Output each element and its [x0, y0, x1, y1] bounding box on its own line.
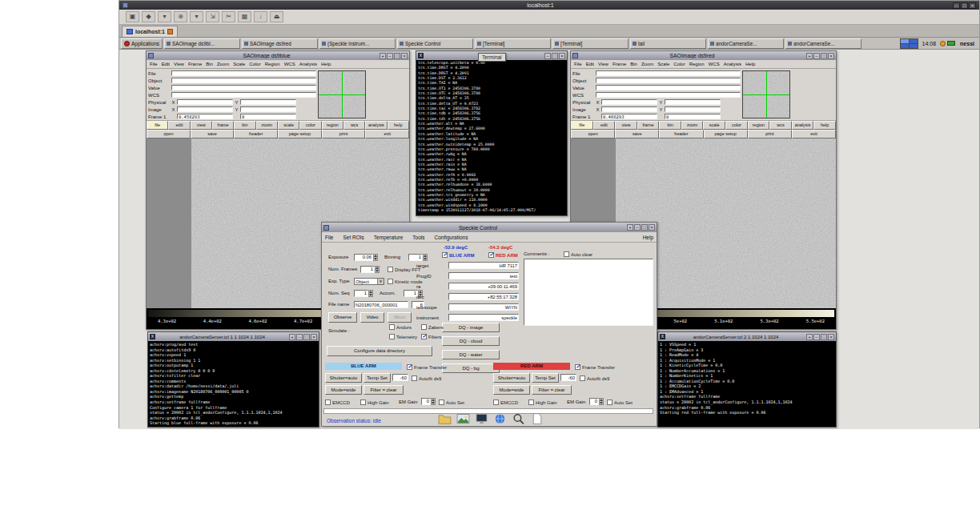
- menu-item[interactable]: Analysis: [299, 62, 317, 66]
- dropdown-icon[interactable]: ▾: [158, 11, 171, 22]
- window-menu-icon[interactable]: [572, 53, 578, 58]
- high-gain-checkbox[interactable]: High Gain: [360, 399, 389, 406]
- emccd-checkbox[interactable]: EMCCD: [325, 399, 350, 406]
- maximize-button[interactable]: □: [552, 53, 558, 59]
- ds9-tab-button[interactable]: bin: [659, 121, 681, 130]
- battery-icon[interactable]: [947, 41, 955, 46]
- scale-icon[interactable]: ⇲: [206, 11, 219, 22]
- temp-set-button[interactable]: Temp Set: [363, 373, 391, 383]
- ds9-tab-button[interactable]: file: [147, 121, 168, 130]
- close-button[interactable]: ×: [401, 53, 408, 59]
- minimize-button[interactable]: –: [953, 2, 960, 9]
- frame-x-input[interactable]: 0.468293: [601, 114, 657, 119]
- emccd-checkbox[interactable]: EMCCD: [493, 399, 518, 406]
- filter-button[interactable]: Filter = clear: [363, 385, 404, 395]
- menu-item-help[interactable]: Help: [643, 235, 653, 240]
- image-x-input[interactable]: [177, 106, 233, 112]
- physical-y-input[interactable]: [240, 99, 296, 105]
- maximize-button[interactable]: □: [394, 53, 400, 59]
- ds9-tab-button[interactable]: frame: [637, 121, 660, 130]
- close-button[interactable]: ×: [649, 224, 655, 231]
- menu-item[interactable]: Bin: [206, 62, 213, 66]
- menu-item[interactable]: Bin: [630, 62, 637, 66]
- info-value-input[interactable]: [596, 92, 741, 98]
- window-menu-icon[interactable]: [148, 53, 154, 58]
- image-icon[interactable]: [456, 412, 470, 425]
- menu-item[interactable]: Color: [249, 62, 260, 66]
- window-titlebar[interactable]: X andorCameraServer.tcl 1 1 1024 1 1024 …: [148, 332, 319, 341]
- simulate-zabers-checkbox[interactable]: Zabers: [421, 323, 444, 331]
- minimize-button[interactable]: –: [387, 53, 393, 59]
- auto-set-checkbox[interactable]: Auto Set: [439, 399, 464, 406]
- shutter-button[interactable]: Shutter=auto: [325, 373, 362, 383]
- temp-input[interactable]: -60: [560, 374, 576, 381]
- menu-item[interactable]: Edit: [586, 62, 594, 66]
- taskbar-task-button[interactable]: tail: [630, 38, 706, 49]
- menu-item[interactable]: Zoom: [641, 62, 653, 66]
- auto-set-checkbox[interactable]: Auto Set: [607, 399, 633, 406]
- ds9-tab-button[interactable]: analysis: [792, 121, 814, 130]
- temp-input[interactable]: -60: [392, 374, 408, 381]
- menu-item[interactable]: Analysis: [724, 62, 741, 66]
- simulate-andors-checkbox[interactable]: Andors: [389, 323, 412, 331]
- window-titlebar[interactable]: SAOImage ds9red + – □ ×: [571, 51, 836, 60]
- ds9-tab-button[interactable]: zoom: [681, 121, 704, 130]
- menu-item[interactable]: Region: [689, 62, 705, 66]
- dq-button[interactable]: DQ - image: [442, 323, 500, 332]
- physical-x-input[interactable]: [177, 99, 233, 105]
- image-x-input[interactable]: [601, 106, 657, 112]
- workspace-switcher[interactable]: [900, 38, 918, 49]
- keyboard-icon[interactable]: ▦: [238, 11, 251, 22]
- menu-item[interactable]: Zoom: [217, 62, 229, 66]
- maximize-button[interactable]: □: [821, 334, 827, 340]
- ds9-action-button[interactable]: open: [147, 130, 191, 139]
- shade-button[interactable]: +: [380, 53, 386, 59]
- configure-data-directory-button[interactable]: Configure data directory: [327, 346, 432, 356]
- close-button[interactable]: ×: [828, 334, 834, 340]
- menu-item[interactable]: WCS: [709, 62, 720, 66]
- folder-icon[interactable]: [438, 412, 452, 425]
- applications-menu[interactable]: Applications: [121, 38, 163, 49]
- frame-transfer-checkbox[interactable]: Frame Transfer: [575, 363, 615, 371]
- taskbar-task-button[interactable]: Speckle Control: [397, 38, 473, 49]
- comments-textarea[interactable]: [524, 259, 653, 326]
- menu-item[interactable]: Tools: [412, 235, 424, 240]
- mode-button[interactable]: Mode=wide: [493, 385, 530, 395]
- globe-icon[interactable]: [493, 412, 507, 425]
- target-field-input[interactable]: WIYN: [448, 303, 519, 311]
- frame-transfer-checkbox[interactable]: Frame Transfer: [407, 363, 447, 371]
- ds9-action-button[interactable]: print: [748, 130, 792, 139]
- ds9-tab-button[interactable]: analysis: [365, 121, 387, 130]
- dq-button[interactable]: DQ - cloud: [442, 336, 500, 346]
- blue-arm-checkbox[interactable]: BLUE ARM: [442, 251, 474, 259]
- menu-item[interactable]: Set ROIs: [343, 235, 363, 240]
- maximize-button[interactable]: □: [961, 2, 968, 9]
- taskbar-task-button[interactable]: andorCameraSe...: [785, 38, 862, 49]
- shade-button[interactable]: +: [806, 53, 813, 59]
- ds9-action-button[interactable]: header: [234, 130, 278, 139]
- mode-button[interactable]: Mode=wide: [325, 385, 362, 395]
- frame-y-input[interactable]: 0: [240, 114, 296, 119]
- menu-item[interactable]: View: [174, 62, 184, 66]
- terminal-output[interactable]: tcs.telescope.unitbeta = 0.00tcs.time.DR…: [416, 60, 567, 215]
- menu-item[interactable]: File: [325, 235, 333, 240]
- connection-tab[interactable]: localhost:1: [122, 26, 178, 37]
- ds9-tab-button[interactable]: region: [322, 121, 343, 130]
- observe-button[interactable]: Observe: [328, 312, 357, 323]
- num-seq-input[interactable]: 1: [354, 290, 373, 297]
- info-value-input[interactable]: [171, 70, 316, 76]
- ds9-tab-button[interactable]: color: [725, 121, 748, 130]
- taskbar-task-button[interactable]: (Speckle instrum...: [319, 38, 396, 49]
- maximize-button[interactable]: □: [303, 334, 310, 340]
- auto-clear-checkbox[interactable]: Auto clear: [564, 251, 592, 258]
- menu-item[interactable]: Region: [265, 62, 280, 66]
- frame-y-input[interactable]: 0: [665, 114, 721, 119]
- red-arm-checkbox[interactable]: RED ARM: [488, 251, 518, 259]
- menu-item[interactable]: Frame: [612, 62, 626, 66]
- ds9-tab-button[interactable]: view: [191, 121, 212, 130]
- ds9-action-button[interactable]: exit: [792, 130, 836, 139]
- menu-item[interactable]: File: [574, 62, 582, 66]
- minimize-button[interactable]: –: [634, 224, 641, 231]
- fullscreen-icon[interactable]: ▣: [126, 11, 139, 22]
- ds9-action-button[interactable]: print: [322, 130, 366, 139]
